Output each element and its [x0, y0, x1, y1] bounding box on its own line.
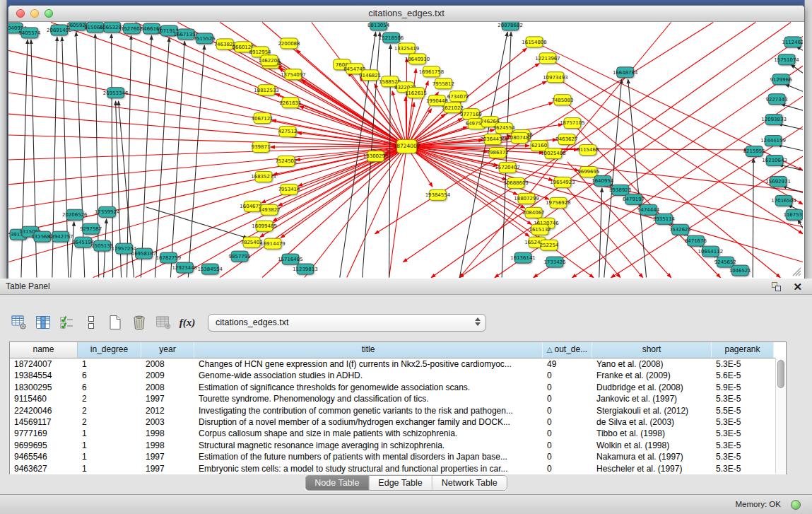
vertical-scrollbar[interactable]	[775, 358, 786, 474]
graph-node[interactable]: 16961758	[419, 66, 444, 77]
graph-node[interactable]: 1493822	[258, 204, 280, 215]
graph-node[interactable]: 1527602	[121, 23, 143, 34]
graph-node[interactable]: 7532621	[669, 224, 691, 235]
table-row[interactable]: 946554611997Estimation of the future num…	[10, 451, 786, 462]
graph-node[interactable]: 13942757	[48, 231, 73, 242]
graph-node[interactable]: 1162615	[405, 88, 427, 98]
graph-node[interactable]: 15720407	[495, 162, 519, 173]
table-row[interactable]: 1872400712008Changes of HCN gene express…	[10, 358, 786, 370]
column-header-name[interactable]: name	[10, 342, 78, 358]
rows-button[interactable]	[81, 312, 102, 333]
table-row[interactable]: 977716911998Corpus callosum shape and si…	[10, 428, 786, 439]
table-row[interactable]: 2242004622012Investigating the contribut…	[10, 405, 786, 416]
graph-node[interactable]: 9777169	[460, 109, 482, 119]
close-panel-icon[interactable]: ✕	[793, 279, 802, 295]
table-row[interactable]: 1456911722003Disruption of a novel membe…	[10, 416, 786, 428]
graph-node[interactable]: 20878682	[498, 22, 522, 30]
graph-node[interactable]: 7953414	[278, 184, 300, 194]
column-header-in_degree[interactable]: in_degree	[78, 342, 141, 358]
memory-indicator-icon[interactable]	[791, 500, 801, 510]
graph-node[interactable]: 9463627	[555, 134, 577, 145]
select-columns-button[interactable]	[33, 312, 54, 333]
tab-edge-table[interactable]: Edge Table	[369, 476, 432, 490]
graph-node[interactable]: 20206526	[62, 209, 87, 220]
network-canvas[interactable]: 1604095494055742069140686059289150664106…	[8, 22, 803, 278]
column-header-pagerank[interactable]: pagerank	[712, 342, 774, 358]
graph-node[interactable]: 16835273	[251, 171, 276, 182]
graph-node[interactable]: 9297587	[80, 223, 102, 234]
graph-node[interactable]: 7524502	[275, 156, 297, 166]
graph-node[interactable]: 16782759	[156, 252, 181, 263]
tab-network-table[interactable]: Network Table	[433, 476, 507, 490]
graph-node[interactable]: 2261631	[279, 98, 301, 108]
graph-node[interactable]: 1615132	[529, 224, 551, 235]
column-header-year[interactable]: year	[141, 342, 194, 358]
column-header-out_de[interactable]: △out_de...	[543, 342, 592, 358]
graph-node[interactable]: 17016504	[771, 195, 796, 206]
tab-node-table[interactable]: Node Table	[305, 476, 369, 490]
graph-node[interactable]: 26953346	[103, 88, 128, 98]
graph-node[interactable]: 9129966	[770, 74, 792, 85]
graph-node[interactable]: 19756928	[546, 197, 570, 208]
graph-node[interactable]: 16914479	[260, 238, 285, 249]
graph-hub-node[interactable]: 18724007	[393, 140, 420, 153]
zoom-window-icon[interactable]	[45, 9, 53, 18]
graph-node[interactable]: 1462204	[258, 55, 281, 66]
window-resize-grip[interactable]	[790, 265, 801, 276]
graph-node[interactable]: 1640954	[592, 175, 614, 186]
graph-node[interactable]: 2200088	[278, 38, 300, 49]
graph-node[interactable]: 12213967	[535, 53, 560, 64]
graph-node[interactable]: 9474444	[637, 204, 660, 215]
graph-node[interactable]: 939871	[252, 142, 271, 153]
graph-node[interactable]: 9115460	[577, 145, 599, 156]
new-table-button[interactable]	[105, 312, 126, 333]
graph-node[interactable]: 8215955	[743, 146, 765, 157]
graph-node[interactable]: 2935114	[653, 214, 676, 224]
graph-node[interactable]: 10973493	[543, 72, 567, 83]
graph-node[interactable]: 3624554	[493, 123, 516, 134]
graph-node[interactable]: 1112462	[782, 37, 803, 47]
graph-node[interactable]: 8471676	[685, 235, 707, 246]
graph-node[interactable]: 7825402	[241, 237, 263, 247]
graph-node[interactable]: 18640910	[405, 54, 430, 64]
table-row[interactable]: 1830029562008Estimation of significance …	[10, 382, 786, 393]
graph-node[interactable]: 18807299	[514, 193, 539, 204]
graph-node[interactable]: 19384554	[425, 189, 451, 200]
graph-node[interactable]: 15716485	[278, 254, 302, 264]
row-selection-button[interactable]	[57, 312, 78, 333]
graph-node[interactable]: 13325419	[394, 43, 419, 54]
graph-node[interactable]: 1167533	[784, 209, 803, 220]
close-window-icon[interactable]	[16, 9, 25, 18]
graph-node[interactable]: 16648784	[613, 67, 638, 78]
table-chooser-dropdown[interactable]: citations_edges.txt	[208, 314, 486, 332]
delete-rows-button[interactable]	[129, 312, 150, 333]
column-header-title[interactable]: title	[194, 342, 543, 358]
graph-node[interactable]: 10654112	[698, 246, 723, 257]
graph-node[interactable]: 252254	[540, 240, 559, 250]
graph-node[interactable]: 17359924	[95, 206, 120, 217]
graph-node[interactable]: 7955812	[433, 78, 454, 89]
function-builder-button[interactable]: f(x)	[177, 312, 198, 333]
graph-node[interactable]: 2084067	[522, 207, 544, 218]
graph-node[interactable]: 1505135	[91, 240, 113, 251]
graph-node[interactable]: 12923448	[172, 262, 197, 273]
graph-node[interactable]: 7515526	[194, 33, 216, 44]
graph-node[interactable]: 16154808	[522, 37, 546, 47]
graph-node[interactable]: 12093833	[761, 115, 786, 125]
graph-node[interactable]: 15384554	[197, 264, 223, 274]
table-row[interactable]: 969969511998Structural magnetic resonanc…	[10, 440, 786, 451]
network-window-titlebar[interactable]: citations_edges.txt	[8, 6, 804, 22]
graph-node[interactable]: 427512	[278, 127, 298, 137]
graph-node[interactable]: 16099489	[252, 221, 276, 231]
graph-node[interactable]: 16136141	[510, 252, 535, 263]
graph-node[interactable]: 1733426	[543, 257, 565, 267]
graph-node[interactable]: 8813054	[367, 22, 390, 30]
graph-node[interactable]: 15751074	[774, 54, 799, 65]
table-settings-button[interactable]	[8, 312, 30, 333]
graph-node[interactable]: 9146821	[359, 70, 381, 81]
graph-node[interactable]: 13754097	[281, 69, 305, 80]
graph-node[interactable]: 6734072	[447, 91, 469, 102]
graph-node[interactable]: 12444159	[760, 136, 785, 146]
graph-node[interactable]: 1046521	[729, 265, 751, 276]
table-row[interactable]: 911546021997Tourette syndrome. Phenomeno…	[10, 393, 786, 404]
